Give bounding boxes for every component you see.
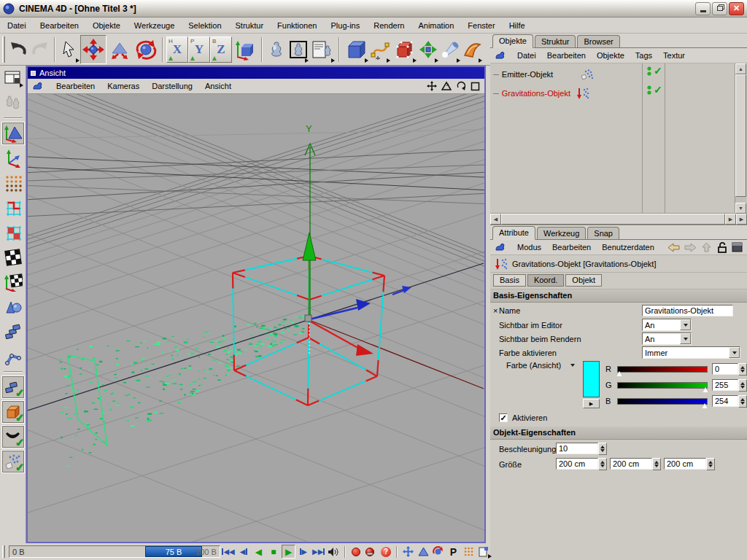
viewport-menu-box-icon[interactable] [31, 71, 36, 76]
texture-axis-mode-button[interactable] [2, 271, 24, 293]
emitter-object-icon[interactable] [581, 69, 594, 80]
polygon-mode-button[interactable] [2, 222, 24, 244]
menu-hilfe[interactable]: Hilfe [509, 21, 525, 30]
sichtbar-editor-dropdown[interactable]: An [642, 319, 692, 331]
toggle-particles-button[interactable]: ✓ [2, 451, 24, 472]
layout-button[interactable] [2, 67, 24, 89]
selection-stack-button[interactable] [2, 321, 24, 343]
tab-snap[interactable]: Snap [587, 227, 619, 239]
rotate-tool-button[interactable] [133, 35, 159, 64]
edge-mode-button[interactable] [2, 197, 24, 219]
key-pla-button[interactable] [462, 545, 476, 559]
slider-thumb[interactable] [703, 387, 708, 392]
render-active-view-button[interactable] [287, 35, 309, 64]
menu-selektion[interactable]: Selektion [188, 21, 221, 30]
menu-rendern[interactable]: Rendern [374, 21, 404, 30]
beschleunigung-input[interactable] [556, 443, 598, 454]
vscroll-thumb[interactable] [735, 74, 746, 197]
move-tool-button[interactable] [80, 35, 107, 64]
channel-r-value[interactable] [712, 363, 738, 375]
object-list-vscrollbar[interactable]: ▲ ▼ [735, 63, 746, 214]
menu-bearbeiten[interactable]: Bearbeiten [40, 21, 79, 30]
dropdown-arrow-icon[interactable] [729, 347, 740, 358]
autokey-button[interactable] [364, 545, 378, 559]
scroll-left-icon[interactable]: ◀ [490, 214, 501, 225]
groesse-x-input[interactable] [556, 458, 598, 470]
lock-icon[interactable] [716, 241, 727, 253]
viewport-menu-darstellung[interactable]: Darstellung [152, 82, 193, 90]
toggle-deformers-button[interactable]: ✓ [2, 376, 24, 398]
texture-mode-button[interactable] [2, 246, 24, 268]
make-editable-button[interactable] [2, 92, 24, 114]
channel-r-slider[interactable] [617, 366, 708, 373]
visibility-dots-icon[interactable] [646, 85, 653, 96]
toggle-view-icon[interactable] [471, 82, 480, 91]
x-axis-lock-button[interactable]: HX [166, 36, 188, 63]
undo-button[interactable] [7, 35, 29, 64]
prev-frame-button[interactable]: ◀ [236, 545, 250, 559]
channel-g-slider[interactable] [617, 382, 708, 389]
key-scale-button[interactable] [417, 545, 430, 559]
x-axis-handle-line[interactable] [309, 321, 362, 350]
viewport-menu-ansicht[interactable]: Ansicht [205, 82, 231, 90]
farbe-aktivieren-dropdown[interactable]: Immer [642, 346, 740, 359]
enabled-check-icon[interactable]: ✓ [654, 65, 662, 77]
scroll-down-icon[interactable]: ▼ [735, 203, 746, 214]
gravitation-object-icon[interactable] [576, 87, 589, 100]
om-menu-objekte[interactable]: Objekte [597, 51, 624, 60]
keyframe-selection-button[interactable] [476, 545, 490, 559]
object-list-hscrollbar[interactable]: ◀ ▶ ▶ [490, 214, 747, 225]
statusbar-grip[interactable] [2, 545, 5, 558]
viewport-menu-kameras[interactable]: Kameras [107, 82, 139, 90]
channel-g-value[interactable] [712, 379, 738, 391]
basis-section-header[interactable]: Basis-Eigenschaften [490, 289, 747, 303]
render-settings-button[interactable] [309, 35, 336, 64]
slider-thumb[interactable] [616, 371, 622, 376]
point-mode-button[interactable] [2, 172, 24, 194]
menu-fenster[interactable]: Fenster [468, 21, 495, 30]
menu-objekte[interactable]: Objekte [93, 21, 120, 30]
viewport-scene[interactable]: Y [28, 93, 484, 542]
restore-button[interactable] [712, 2, 727, 15]
z-axis-lock-button[interactable]: BZ [210, 36, 232, 63]
timeline-slider[interactable]: 0 B 75 B 100 B [9, 545, 220, 558]
key-parameter-button[interactable]: P [446, 545, 460, 559]
panel-corner-button[interactable]: ▶ [736, 214, 747, 225]
hscroll-thumb[interactable] [501, 214, 725, 225]
close-button[interactable]: ✕ [729, 2, 744, 15]
toggle-generators-button[interactable]: ✓ [2, 401, 24, 423]
add-modeling-button[interactable] [417, 35, 439, 64]
add-nurbs-button[interactable] [391, 35, 417, 64]
channel-b-slider[interactable] [617, 398, 708, 405]
spinner[interactable] [738, 379, 747, 392]
object-name[interactable]: Gravitations-Objekt [499, 89, 573, 98]
add-scene-button[interactable] [461, 35, 483, 64]
add-spline-button[interactable] [369, 35, 391, 64]
om-menu-datei[interactable]: Datei [517, 51, 536, 60]
object-selection-button[interactable] [2, 296, 24, 318]
visibility-dots-icon[interactable] [646, 66, 653, 77]
enabled-check-icon[interactable]: ✓ [654, 84, 662, 96]
add-cube-button[interactable] [343, 35, 369, 64]
menu-struktur[interactable]: Struktur [236, 21, 264, 30]
minimize-button[interactable] [695, 2, 711, 15]
key-rotation-button[interactable] [432, 545, 446, 559]
am-menu-bearbeiten[interactable]: Bearbeiten [552, 243, 591, 252]
menu-plugins[interactable]: Plug-ins [330, 21, 360, 30]
key-position-button[interactable] [401, 545, 415, 559]
history-back-icon[interactable] [667, 242, 680, 253]
section-tab-objekt[interactable]: Objekt [565, 274, 602, 287]
selection-tool-button[interactable] [58, 35, 80, 64]
dropdown-arrow-icon[interactable] [680, 319, 691, 330]
ik-mode-button[interactable] [2, 346, 24, 368]
object-name[interactable]: Emitter-Objekt [499, 70, 556, 79]
pan-view-icon[interactable] [427, 81, 437, 91]
y-axis-lock-button[interactable]: PY [188, 36, 210, 63]
add-light-button[interactable] [439, 35, 461, 64]
section-tab-koord[interactable]: Koord. [527, 274, 564, 287]
menu-animation[interactable]: Animation [418, 21, 454, 30]
goto-start-button[interactable]: ◀◀ [222, 545, 236, 559]
tab-werkzeug[interactable]: Werkzeug [537, 227, 586, 239]
tab-objekte[interactable]: Objekte [492, 34, 533, 48]
channel-b-value[interactable] [712, 395, 738, 407]
